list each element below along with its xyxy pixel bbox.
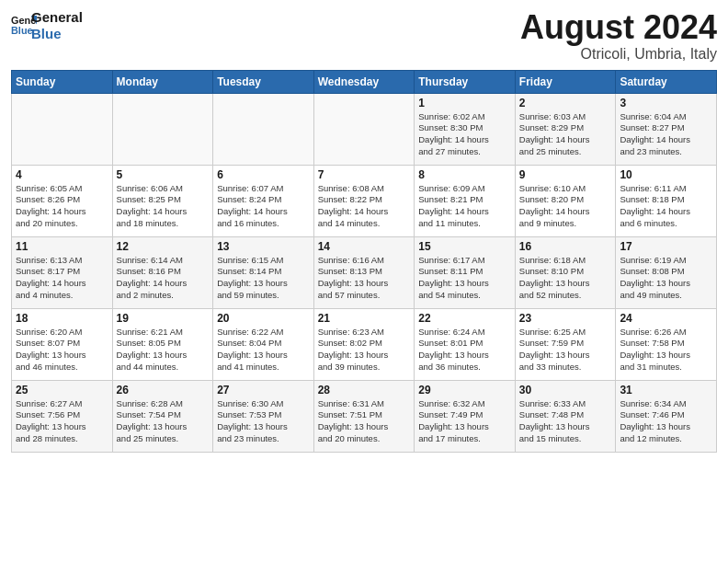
cell-w3-d6: 17Sunrise: 6:19 AMSunset: 8:08 PMDayligh…	[616, 236, 717, 308]
calendar-table: Sunday Monday Tuesday Wednesday Thursday…	[11, 70, 717, 453]
day-number: 4	[16, 168, 108, 181]
cell-w1-d5: 2Sunrise: 6:03 AMSunset: 8:29 PMDaylight…	[515, 93, 616, 165]
day-info: Sunrise: 6:34 AMSunset: 7:46 PMDaylight:…	[620, 398, 712, 445]
cell-w3-d2: 13Sunrise: 6:15 AMSunset: 8:14 PMDayligh…	[213, 236, 314, 308]
day-info: Sunrise: 6:24 AMSunset: 8:01 PMDaylight:…	[418, 327, 511, 373]
day-number: 10	[620, 168, 712, 181]
header-tuesday: Tuesday	[213, 70, 314, 93]
day-number: 20	[217, 312, 310, 325]
day-number: 2	[519, 97, 612, 109]
day-number: 26	[117, 384, 210, 396]
day-number: 21	[318, 312, 411, 325]
day-info: Sunrise: 6:13 AMSunset: 8:17 PMDaylight:…	[16, 255, 108, 302]
cell-w2-d2: 6Sunrise: 6:07 AMSunset: 8:24 PMDaylight…	[213, 165, 314, 236]
cell-w4-d5: 23Sunrise: 6:25 AMSunset: 7:59 PMDayligh…	[515, 308, 616, 380]
day-info: Sunrise: 6:19 AMSunset: 8:08 PMDaylight:…	[620, 255, 712, 302]
svg-text:Blue: Blue	[11, 25, 33, 36]
day-info: Sunrise: 6:05 AMSunset: 8:26 PMDaylight:…	[16, 183, 108, 230]
week-row-4: 18Sunrise: 6:20 AMSunset: 8:07 PMDayligh…	[12, 308, 717, 380]
logo-blue: Blue	[31, 26, 83, 42]
day-info: Sunrise: 6:21 AMSunset: 8:05 PMDaylight:…	[117, 327, 210, 373]
day-info: Sunrise: 6:28 AMSunset: 7:54 PMDaylight:…	[117, 398, 210, 445]
day-number: 8	[418, 168, 511, 181]
day-info: Sunrise: 6:04 AMSunset: 8:27 PMDaylight:…	[620, 111, 712, 158]
day-info: Sunrise: 6:27 AMSunset: 7:56 PMDaylight:…	[16, 398, 108, 445]
cell-w1-d6: 3Sunrise: 6:04 AMSunset: 8:27 PMDaylight…	[616, 93, 717, 165]
day-info: Sunrise: 6:06 AMSunset: 8:25 PMDaylight:…	[117, 183, 210, 230]
day-number: 17	[620, 240, 712, 253]
day-info: Sunrise: 6:11 AMSunset: 8:18 PMDaylight:…	[620, 183, 712, 230]
header-thursday: Thursday	[415, 70, 516, 93]
day-number: 11	[16, 240, 108, 253]
logo: General Blue General Blue	[11, 9, 83, 42]
cell-w5-d0: 25Sunrise: 6:27 AMSunset: 7:56 PMDayligh…	[12, 380, 113, 452]
cell-w2-d6: 10Sunrise: 6:11 AMSunset: 8:18 PMDayligh…	[616, 165, 717, 236]
cell-w4-d2: 20Sunrise: 6:22 AMSunset: 8:04 PMDayligh…	[213, 308, 314, 380]
cell-w5-d1: 26Sunrise: 6:28 AMSunset: 7:54 PMDayligh…	[112, 380, 213, 452]
day-number: 24	[620, 312, 712, 325]
day-number: 27	[217, 384, 310, 396]
cell-w5-d5: 30Sunrise: 6:33 AMSunset: 7:48 PMDayligh…	[515, 380, 616, 452]
day-number: 28	[318, 384, 411, 396]
day-info: Sunrise: 6:30 AMSunset: 7:53 PMDaylight:…	[217, 398, 310, 445]
header-monday: Monday	[112, 70, 213, 93]
day-info: Sunrise: 6:15 AMSunset: 8:14 PMDaylight:…	[217, 255, 310, 302]
day-info: Sunrise: 6:25 AMSunset: 7:59 PMDaylight:…	[519, 327, 612, 373]
cell-w3-d3: 14Sunrise: 6:16 AMSunset: 8:13 PMDayligh…	[313, 236, 415, 308]
day-info: Sunrise: 6:32 AMSunset: 7:49 PMDaylight:…	[418, 398, 511, 445]
header-friday: Friday	[515, 70, 616, 93]
cell-w3-d5: 16Sunrise: 6:18 AMSunset: 8:10 PMDayligh…	[515, 236, 616, 308]
cell-w5-d3: 28Sunrise: 6:31 AMSunset: 7:51 PMDayligh…	[313, 380, 415, 452]
header-saturday: Saturday	[616, 70, 717, 93]
cell-w4-d3: 21Sunrise: 6:23 AMSunset: 8:02 PMDayligh…	[313, 308, 415, 380]
day-info: Sunrise: 6:03 AMSunset: 8:29 PMDaylight:…	[519, 111, 612, 158]
day-number: 18	[16, 312, 108, 325]
cell-w2-d1: 5Sunrise: 6:06 AMSunset: 8:25 PMDaylight…	[112, 165, 213, 236]
day-number: 12	[117, 240, 210, 253]
weekday-header-row: Sunday Monday Tuesday Wednesday Thursday…	[12, 70, 717, 93]
day-number: 15	[418, 240, 511, 253]
day-number: 29	[418, 384, 511, 396]
logo-general: General	[31, 9, 83, 26]
day-info: Sunrise: 6:07 AMSunset: 8:24 PMDaylight:…	[217, 183, 310, 230]
cell-w1-d1	[112, 93, 213, 165]
header-sunday: Sunday	[12, 70, 113, 93]
week-row-5: 25Sunrise: 6:27 AMSunset: 7:56 PMDayligh…	[12, 380, 717, 452]
day-number: 14	[318, 240, 411, 253]
day-number: 23	[519, 312, 612, 325]
cell-w4-d6: 24Sunrise: 6:26 AMSunset: 7:58 PMDayligh…	[616, 308, 717, 380]
header: General Blue General Blue August 2024 Ot…	[11, 9, 717, 63]
day-number: 22	[418, 312, 511, 325]
day-info: Sunrise: 6:08 AMSunset: 8:22 PMDaylight:…	[318, 183, 411, 230]
cell-w1-d3	[313, 93, 415, 165]
day-info: Sunrise: 6:16 AMSunset: 8:13 PMDaylight:…	[318, 255, 411, 302]
day-info: Sunrise: 6:02 AMSunset: 8:30 PMDaylight:…	[418, 111, 511, 158]
day-number: 7	[318, 168, 411, 181]
page-container: General Blue General Blue August 2024 Ot…	[0, 0, 728, 460]
cell-w3-d4: 15Sunrise: 6:17 AMSunset: 8:11 PMDayligh…	[415, 236, 516, 308]
calendar-title: August 2024	[520, 9, 717, 46]
week-row-3: 11Sunrise: 6:13 AMSunset: 8:17 PMDayligh…	[12, 236, 717, 308]
day-info: Sunrise: 6:14 AMSunset: 8:16 PMDaylight:…	[117, 255, 210, 302]
calendar-subtitle: Otricoli, Umbria, Italy	[520, 46, 717, 63]
day-number: 1	[418, 97, 511, 109]
day-number: 3	[620, 97, 712, 109]
cell-w5-d2: 27Sunrise: 6:30 AMSunset: 7:53 PMDayligh…	[213, 380, 314, 452]
cell-w1-d0	[12, 93, 113, 165]
week-row-1: 1Sunrise: 6:02 AMSunset: 8:30 PMDaylight…	[12, 93, 717, 165]
day-number: 31	[620, 384, 712, 396]
cell-w4-d1: 19Sunrise: 6:21 AMSunset: 8:05 PMDayligh…	[112, 308, 213, 380]
day-info: Sunrise: 6:17 AMSunset: 8:11 PMDaylight:…	[418, 255, 511, 302]
cell-w5-d6: 31Sunrise: 6:34 AMSunset: 7:46 PMDayligh…	[616, 380, 717, 452]
header-wednesday: Wednesday	[313, 70, 415, 93]
day-number: 25	[16, 384, 108, 396]
day-info: Sunrise: 6:10 AMSunset: 8:20 PMDaylight:…	[519, 183, 612, 230]
day-number: 30	[519, 384, 612, 396]
cell-w3-d1: 12Sunrise: 6:14 AMSunset: 8:16 PMDayligh…	[112, 236, 213, 308]
cell-w4-d0: 18Sunrise: 6:20 AMSunset: 8:07 PMDayligh…	[12, 308, 113, 380]
cell-w5-d4: 29Sunrise: 6:32 AMSunset: 7:49 PMDayligh…	[415, 380, 516, 452]
week-row-2: 4Sunrise: 6:05 AMSunset: 8:26 PMDaylight…	[12, 165, 717, 236]
cell-w2-d3: 7Sunrise: 6:08 AMSunset: 8:22 PMDaylight…	[313, 165, 415, 236]
cell-w1-d4: 1Sunrise: 6:02 AMSunset: 8:30 PMDaylight…	[415, 93, 516, 165]
day-info: Sunrise: 6:31 AMSunset: 7:51 PMDaylight:…	[318, 398, 411, 445]
